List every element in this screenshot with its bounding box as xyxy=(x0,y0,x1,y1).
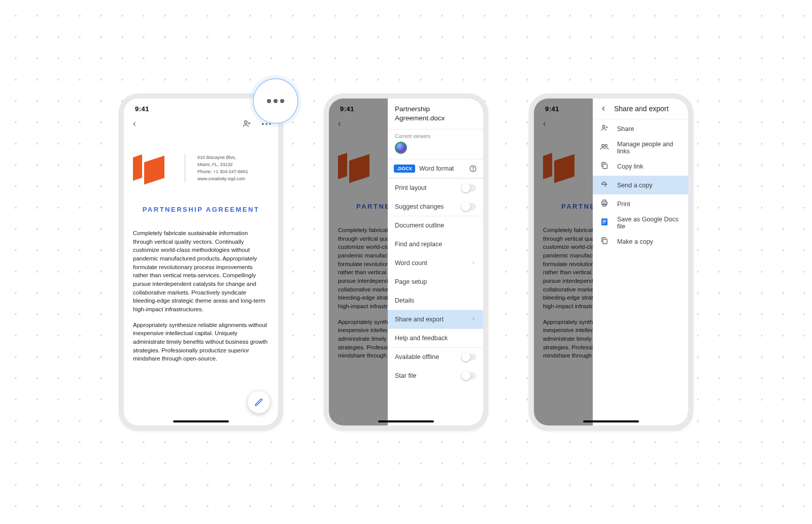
add-person-icon[interactable] xyxy=(242,119,252,129)
clock: 9:41 xyxy=(135,105,149,113)
share-item-send-copy[interactable]: Send a copy xyxy=(593,176,688,194)
add-person-icon xyxy=(600,123,609,134)
toggle-off[interactable] xyxy=(462,372,476,379)
phone-mock-2: 9:41 PARTNERSHIP AGREEM xyxy=(324,93,488,431)
phone-mock-3: 9:41 PARTNERSHIP AGREEM xyxy=(529,93,693,431)
svg-point-4 xyxy=(602,145,604,147)
company-logo xyxy=(133,156,164,181)
letterhead-address: 610 Biscayne Blvs, Miami, FL, 33132 Phon… xyxy=(197,154,248,183)
svg-rect-11 xyxy=(602,221,606,222)
phone-mock-1: 9:41 xyxy=(119,93,283,431)
menu-find-replace[interactable]: Find and replace xyxy=(388,235,483,253)
edit-fab[interactable] xyxy=(248,391,270,413)
svg-rect-13 xyxy=(603,239,607,244)
svg-rect-6 xyxy=(603,164,607,169)
share-item-copy-link[interactable]: Copy link xyxy=(593,157,688,176)
doc-title: PARTNERSHIP AGREEMENT xyxy=(133,205,269,215)
menu-word-count[interactable]: Word count xyxy=(388,253,483,272)
share-export-menu: Share and export Share Manage people and… xyxy=(593,99,688,425)
share-item-make-copy[interactable]: Make a copy xyxy=(593,232,688,251)
svg-rect-8 xyxy=(603,204,606,207)
svg-point-5 xyxy=(605,145,607,147)
svg-rect-10 xyxy=(602,220,606,220)
chevron-right-icon xyxy=(471,316,476,323)
svg-rect-7 xyxy=(602,202,607,205)
viewer-avatar[interactable] xyxy=(395,142,407,154)
share-item-manage[interactable]: Manage people and links xyxy=(593,138,688,157)
menu-file-title: Partnership Agreement.docx xyxy=(388,99,483,129)
back-icon[interactable] xyxy=(131,120,138,127)
home-indicator xyxy=(583,420,639,422)
people-icon xyxy=(600,142,609,153)
toggle-off[interactable] xyxy=(462,184,476,191)
chevron-right-icon xyxy=(471,259,476,267)
menu-star-file[interactable]: Star file xyxy=(388,366,483,385)
share-item-save-gdocs[interactable]: Save as Google Docs file xyxy=(593,213,688,232)
menu-print-layout[interactable]: Print layout xyxy=(388,178,483,197)
sheet-title: Share and export xyxy=(614,105,668,113)
menu-share-export[interactable]: Share and export xyxy=(388,310,483,329)
home-indicator xyxy=(378,420,434,422)
document-body: 610 Biscayne Blvs, Miami, FL, 33132 Phon… xyxy=(124,135,278,425)
print-icon xyxy=(600,199,609,209)
send-icon xyxy=(600,180,609,190)
svg-point-0 xyxy=(245,121,247,123)
menu-page-setup[interactable]: Page setup xyxy=(388,272,483,291)
format-label: Word format xyxy=(419,165,454,172)
back-icon[interactable] xyxy=(600,105,607,112)
help-icon[interactable] xyxy=(469,165,477,173)
toggle-off[interactable] xyxy=(462,203,476,210)
menu-details[interactable]: Details xyxy=(388,291,483,310)
current-viewers-label: Current viewers xyxy=(395,134,476,139)
google-docs-icon xyxy=(600,217,609,228)
doc-paragraph: Completely fabricate sustainable informa… xyxy=(133,229,269,314)
copy-icon xyxy=(600,161,609,172)
more-button-highlight xyxy=(253,78,298,124)
menu-document-outline[interactable]: Document outline xyxy=(388,216,483,235)
doc-paragraph: Appropriately synthesize reliable alignm… xyxy=(133,321,269,363)
svg-point-2 xyxy=(472,170,473,171)
share-item-share[interactable]: Share xyxy=(593,119,688,138)
svg-rect-12 xyxy=(602,223,605,223)
home-indicator xyxy=(173,420,229,422)
menu-available-offline[interactable]: Available offline xyxy=(388,347,483,366)
overflow-menu: Partnership Agreement.docx Current viewe… xyxy=(388,99,483,425)
menu-help-feedback[interactable]: Help and feedback xyxy=(388,329,483,347)
docx-badge: .DOCX xyxy=(394,165,415,173)
svg-point-3 xyxy=(602,125,605,128)
toggle-off[interactable] xyxy=(462,353,476,361)
menu-suggest-changes[interactable]: Suggest changes xyxy=(388,197,483,216)
copy-icon xyxy=(600,236,609,247)
share-item-print[interactable]: Print xyxy=(593,194,688,213)
